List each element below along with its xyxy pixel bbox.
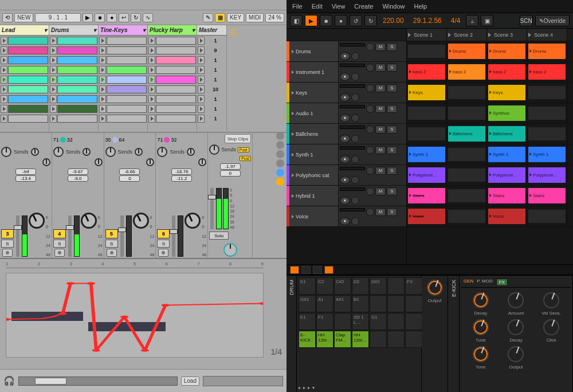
clip-slot[interactable]	[50, 36, 97, 45]
mute-button[interactable]: M	[375, 167, 386, 175]
arm-button[interactable]	[158, 249, 168, 257]
clip-cell[interactable]	[447, 83, 487, 103]
scene-play-button[interactable]	[198, 66, 205, 74]
clip-play-button[interactable]	[50, 105, 57, 113]
fx-button[interactable]: FX	[496, 279, 508, 286]
midi-label[interactable]: MIDI	[246, 13, 264, 22]
clip-cell[interactable]: Voice	[407, 206, 447, 226]
clip-slot[interactable]	[99, 56, 147, 65]
drum-pad[interactable]: Clap FM…	[334, 331, 351, 348]
clip-play-button[interactable]	[1, 115, 7, 123]
solo-button[interactable]: S	[387, 146, 397, 154]
volume-fader[interactable]	[172, 215, 175, 257]
clip-slot[interactable]	[99, 46, 147, 55]
key-label[interactable]: KEY	[227, 13, 244, 22]
clip-play-button[interactable]	[99, 115, 106, 123]
param-knob[interactable]	[508, 292, 524, 308]
drum-play[interactable]: ▸	[303, 385, 305, 390]
send-knob[interactable]	[351, 114, 359, 122]
clip-cell[interactable]	[447, 144, 487, 164]
clip-play-button[interactable]	[99, 56, 106, 64]
arm-button[interactable]: ●	[340, 93, 350, 101]
clip-play-button[interactable]	[50, 46, 57, 54]
drum-pad[interactable]	[387, 313, 405, 330]
pan-dial[interactable]	[81, 213, 97, 229]
drum-pad[interactable]: C2	[316, 277, 333, 295]
scene-slot[interactable]: 1	[198, 95, 226, 104]
clip-cell[interactable]: Drums	[487, 41, 527, 61]
clip-slot[interactable]	[1, 95, 48, 104]
headphone-icon[interactable]: 🎧	[3, 375, 15, 386]
clip-cell[interactable]	[447, 206, 487, 226]
expand-icon[interactable]	[292, 69, 294, 75]
clip-play-button[interactable]	[148, 46, 155, 54]
clip-slot[interactable]	[1, 46, 48, 55]
param-knob[interactable]	[508, 319, 524, 335]
clip-play-button[interactable]	[148, 95, 155, 103]
clip-slot[interactable]	[50, 75, 97, 84]
clip-cell[interactable]	[527, 124, 567, 144]
clip-slot[interactable]	[148, 75, 196, 84]
clip-slot[interactable]	[50, 65, 97, 75]
track-name[interactable]: Voice	[289, 206, 339, 226]
mute-button[interactable]: M	[375, 64, 386, 72]
pan-knob[interactable]	[105, 147, 116, 157]
drum-machine[interactable]: E1C2C#2D2D#2FXG#1A1A#1B1E1F1SD 1 L…G1E-K…	[297, 276, 422, 392]
scene-slot[interactable]: 1	[198, 36, 226, 45]
clip-cell[interactable]	[447, 165, 487, 185]
clip-play-button[interactable]	[148, 76, 155, 84]
drum-pad[interactable]: D#2	[370, 277, 387, 295]
send-a-knob[interactable]	[83, 148, 91, 156]
drum-opt[interactable]: ▾	[312, 385, 315, 390]
scene-play-button[interactable]	[198, 105, 205, 113]
send-b-knob[interactable]	[198, 158, 206, 166]
stop-button[interactable]: ■	[95, 13, 105, 22]
expand-icon[interactable]	[292, 173, 294, 178]
clip-cell[interactable]: Synthux	[487, 103, 527, 123]
new-button[interactable]: NEW	[14, 13, 33, 22]
view-dot[interactable]	[276, 141, 284, 149]
stop-clips-button[interactable]: Stop Clips	[225, 134, 251, 143]
pan-knob[interactable]	[366, 126, 374, 134]
clip-play-button[interactable]	[148, 56, 155, 64]
track-header[interactable]: Tine-Keys▾	[99, 25, 147, 36]
clip-slot[interactable]	[99, 75, 147, 84]
solo-button[interactable]: S	[53, 240, 66, 248]
drum-pad[interactable]: C#2	[334, 277, 351, 295]
clip-cell[interactable]: Stabs	[407, 186, 447, 206]
clip-slot[interactable]	[99, 95, 147, 104]
scene-slot[interactable]: 10	[198, 85, 226, 94]
solo-button[interactable]: S	[387, 43, 397, 51]
pan-knob[interactable]	[1, 147, 11, 157]
automation-write-button[interactable]: ↺	[350, 15, 362, 26]
track-fader[interactable]	[340, 105, 365, 108]
pan-dial[interactable]	[185, 213, 201, 229]
solo-button[interactable]: S	[157, 240, 170, 248]
menu-view[interactable]: View	[332, 3, 346, 10]
drum-pad[interactable]: FX	[405, 277, 422, 295]
scene-play-button[interactable]	[198, 76, 205, 84]
clip-slot[interactable]	[148, 46, 196, 55]
clip-cell[interactable]	[527, 103, 567, 123]
track-number-button[interactable]: 5	[105, 229, 118, 238]
clip-slot[interactable]	[1, 114, 48, 123]
send-knob[interactable]	[351, 93, 359, 101]
volume-fader[interactable]	[16, 215, 19, 257]
clip-cell[interactable]: bass 2	[447, 62, 487, 82]
clip-slot[interactable]	[148, 65, 196, 75]
clip-cell[interactable]: Polyphoni…	[407, 165, 447, 185]
menu-window[interactable]: Window	[382, 3, 405, 10]
drum-pad[interactable]: F1	[316, 313, 333, 330]
solo-button[interactable]: S	[105, 240, 118, 248]
clip-cell[interactable]: Bällchens	[447, 124, 487, 144]
track-fader[interactable]	[340, 146, 365, 150]
clip-play-button[interactable]	[50, 56, 57, 64]
output-knob[interactable]	[427, 280, 443, 296]
param-knob[interactable]	[543, 292, 559, 308]
scene-slot[interactable]: 1	[198, 65, 226, 75]
drum-pad[interactable]	[334, 313, 351, 330]
scene-slot[interactable]: 9	[198, 46, 226, 55]
panel-toggle[interactable]: ◧	[290, 15, 303, 26]
expand-icon[interactable]	[292, 49, 294, 54]
solo-button[interactable]: S	[387, 126, 397, 134]
